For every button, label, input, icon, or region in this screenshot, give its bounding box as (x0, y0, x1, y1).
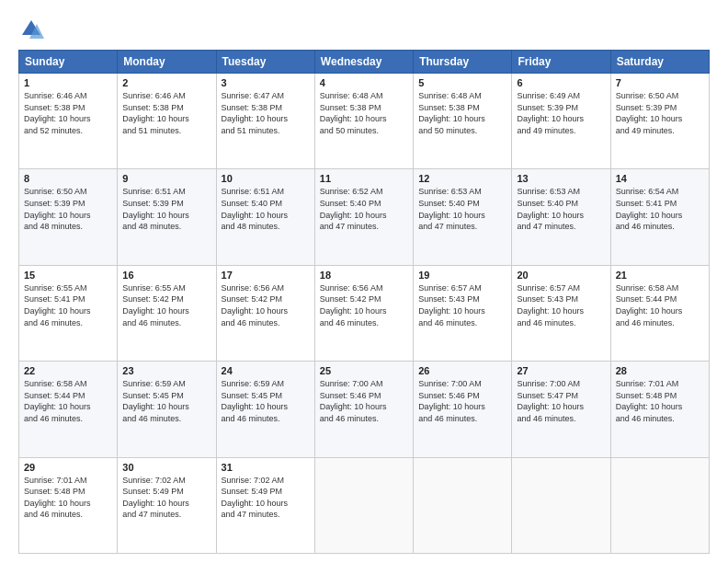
day-number: 29 (24, 462, 112, 473)
calendar-day-cell: 17Sunrise: 6:56 AM Sunset: 5:42 PM Dayli… (216, 265, 314, 361)
calendar-day-cell: 4Sunrise: 6:48 AM Sunset: 5:38 PM Daylig… (314, 74, 413, 169)
day-info: Sunrise: 7:01 AM Sunset: 5:48 PM Dayligh… (616, 378, 704, 424)
day-number: 3 (222, 77, 310, 88)
calendar-day-cell (512, 457, 610, 553)
calendar-day-cell: 6Sunrise: 6:49 AM Sunset: 5:39 PM Daylig… (512, 74, 610, 169)
calendar-table: SundayMondayTuesdayWednesdayThursdayFrid… (18, 50, 710, 554)
day-number: 10 (222, 173, 310, 184)
day-number: 13 (517, 173, 605, 184)
day-number: 27 (517, 365, 605, 376)
day-info: Sunrise: 6:51 AM Sunset: 5:39 PM Dayligh… (122, 186, 210, 232)
day-number: 16 (122, 270, 210, 281)
day-info: Sunrise: 6:51 AM Sunset: 5:40 PM Dayligh… (222, 186, 310, 232)
day-info: Sunrise: 7:01 AM Sunset: 5:48 PM Dayligh… (24, 475, 112, 521)
calendar-week-row: 22Sunrise: 6:58 AM Sunset: 5:44 PM Dayli… (19, 362, 710, 457)
calendar-day-cell: 24Sunrise: 6:59 AM Sunset: 5:45 PM Dayli… (216, 362, 314, 457)
day-number: 22 (24, 365, 112, 376)
day-number: 20 (517, 270, 605, 281)
day-number: 26 (418, 365, 506, 376)
day-info: Sunrise: 6:52 AM Sunset: 5:40 PM Dayligh… (320, 186, 408, 232)
day-number: 17 (222, 270, 310, 281)
calendar-day-cell: 5Sunrise: 6:48 AM Sunset: 5:38 PM Daylig… (414, 74, 512, 169)
day-info: Sunrise: 6:50 AM Sunset: 5:39 PM Dayligh… (24, 186, 112, 232)
day-info: Sunrise: 6:58 AM Sunset: 5:44 PM Dayligh… (616, 282, 704, 328)
calendar-day-cell: 19Sunrise: 6:57 AM Sunset: 5:43 PM Dayli… (414, 265, 512, 361)
day-info: Sunrise: 6:46 AM Sunset: 5:38 PM Dayligh… (24, 90, 112, 136)
calendar-day-cell: 18Sunrise: 6:56 AM Sunset: 5:42 PM Dayli… (314, 265, 413, 361)
day-number: 9 (122, 173, 210, 184)
day-number: 4 (320, 77, 408, 88)
day-info: Sunrise: 6:57 AM Sunset: 5:43 PM Dayligh… (517, 282, 605, 328)
day-number: 12 (418, 173, 506, 184)
day-info: Sunrise: 6:48 AM Sunset: 5:38 PM Dayligh… (320, 90, 408, 136)
calendar-day-cell (414, 457, 512, 553)
calendar-day-cell: 29Sunrise: 7:01 AM Sunset: 5:48 PM Dayli… (19, 457, 118, 553)
day-number: 8 (24, 173, 112, 184)
day-number: 19 (418, 270, 506, 281)
calendar-day-cell: 23Sunrise: 6:59 AM Sunset: 5:45 PM Dayli… (118, 362, 216, 457)
day-info: Sunrise: 6:53 AM Sunset: 5:40 PM Dayligh… (517, 186, 605, 232)
day-info: Sunrise: 7:00 AM Sunset: 5:46 PM Dayligh… (418, 378, 506, 424)
day-number: 18 (320, 270, 408, 281)
day-info: Sunrise: 7:02 AM Sunset: 5:49 PM Dayligh… (222, 475, 310, 521)
calendar-day-header: Wednesday (314, 51, 413, 74)
calendar-day-header: Friday (512, 51, 610, 74)
calendar-day-cell: 15Sunrise: 6:55 AM Sunset: 5:41 PM Dayli… (19, 265, 118, 361)
calendar-day-cell: 20Sunrise: 6:57 AM Sunset: 5:43 PM Dayli… (512, 265, 610, 361)
logo-icon (18, 17, 44, 42)
day-number: 30 (122, 462, 210, 473)
calendar-day-cell: 3Sunrise: 6:47 AM Sunset: 5:38 PM Daylig… (216, 74, 314, 169)
calendar-day-cell (610, 457, 709, 553)
day-info: Sunrise: 6:55 AM Sunset: 5:41 PM Dayligh… (24, 282, 112, 328)
calendar-day-cell: 21Sunrise: 6:58 AM Sunset: 5:44 PM Dayli… (610, 265, 709, 361)
day-info: Sunrise: 6:48 AM Sunset: 5:38 PM Dayligh… (418, 90, 506, 136)
calendar-day-cell: 10Sunrise: 6:51 AM Sunset: 5:40 PM Dayli… (216, 169, 314, 265)
day-info: Sunrise: 6:54 AM Sunset: 5:41 PM Dayligh… (616, 186, 704, 232)
calendar-day-cell: 11Sunrise: 6:52 AM Sunset: 5:40 PM Dayli… (314, 169, 413, 265)
calendar-week-row: 8Sunrise: 6:50 AM Sunset: 5:39 PM Daylig… (19, 169, 710, 265)
day-number: 5 (418, 77, 506, 88)
day-info: Sunrise: 7:00 AM Sunset: 5:46 PM Dayligh… (320, 378, 408, 424)
day-info: Sunrise: 7:00 AM Sunset: 5:47 PM Dayligh… (517, 378, 605, 424)
day-number: 2 (122, 77, 210, 88)
day-number: 6 (517, 77, 605, 88)
day-info: Sunrise: 6:53 AM Sunset: 5:40 PM Dayligh… (418, 186, 506, 232)
day-info: Sunrise: 6:49 AM Sunset: 5:39 PM Dayligh… (517, 90, 605, 136)
calendar-day-cell: 22Sunrise: 6:58 AM Sunset: 5:44 PM Dayli… (19, 362, 118, 457)
day-info: Sunrise: 7:02 AM Sunset: 5:49 PM Dayligh… (122, 475, 210, 521)
day-info: Sunrise: 6:57 AM Sunset: 5:43 PM Dayligh… (418, 282, 506, 328)
calendar-day-cell: 13Sunrise: 6:53 AM Sunset: 5:40 PM Dayli… (512, 169, 610, 265)
header (18, 17, 710, 42)
calendar-day-cell: 27Sunrise: 7:00 AM Sunset: 5:47 PM Dayli… (512, 362, 610, 457)
day-number: 15 (24, 270, 112, 281)
day-info: Sunrise: 6:59 AM Sunset: 5:45 PM Dayligh… (122, 378, 210, 424)
day-info: Sunrise: 6:58 AM Sunset: 5:44 PM Dayligh… (24, 378, 112, 424)
calendar-day-cell: 14Sunrise: 6:54 AM Sunset: 5:41 PM Dayli… (610, 169, 709, 265)
calendar-day-cell: 31Sunrise: 7:02 AM Sunset: 5:49 PM Dayli… (216, 457, 314, 553)
day-number: 23 (122, 365, 210, 376)
calendar-day-cell: 28Sunrise: 7:01 AM Sunset: 5:48 PM Dayli… (610, 362, 709, 457)
page: SundayMondayTuesdayWednesdayThursdayFrid… (0, 0, 728, 563)
day-info: Sunrise: 6:55 AM Sunset: 5:42 PM Dayligh… (122, 282, 210, 328)
calendar-week-row: 1Sunrise: 6:46 AM Sunset: 5:38 PM Daylig… (19, 74, 710, 169)
calendar-day-cell: 7Sunrise: 6:50 AM Sunset: 5:39 PM Daylig… (610, 74, 709, 169)
day-number: 14 (616, 173, 704, 184)
day-info: Sunrise: 6:46 AM Sunset: 5:38 PM Dayligh… (122, 90, 210, 136)
day-number: 7 (616, 77, 704, 88)
day-number: 28 (616, 365, 704, 376)
day-info: Sunrise: 6:50 AM Sunset: 5:39 PM Dayligh… (616, 90, 704, 136)
calendar-day-cell: 30Sunrise: 7:02 AM Sunset: 5:49 PM Dayli… (118, 457, 216, 553)
calendar-day-header: Monday (118, 51, 216, 74)
day-number: 1 (24, 77, 112, 88)
calendar-week-row: 29Sunrise: 7:01 AM Sunset: 5:48 PM Dayli… (19, 457, 710, 553)
day-info: Sunrise: 6:59 AM Sunset: 5:45 PM Dayligh… (222, 378, 310, 424)
day-number: 11 (320, 173, 408, 184)
calendar-day-cell: 25Sunrise: 7:00 AM Sunset: 5:46 PM Dayli… (314, 362, 413, 457)
calendar-day-cell: 1Sunrise: 6:46 AM Sunset: 5:38 PM Daylig… (19, 74, 118, 169)
calendar-day-header: Sunday (19, 51, 118, 74)
day-info: Sunrise: 6:56 AM Sunset: 5:42 PM Dayligh… (320, 282, 408, 328)
calendar-day-header: Saturday (610, 51, 709, 74)
calendar-day-cell: 8Sunrise: 6:50 AM Sunset: 5:39 PM Daylig… (19, 169, 118, 265)
calendar-day-cell: 26Sunrise: 7:00 AM Sunset: 5:46 PM Dayli… (414, 362, 512, 457)
logo (18, 17, 48, 42)
